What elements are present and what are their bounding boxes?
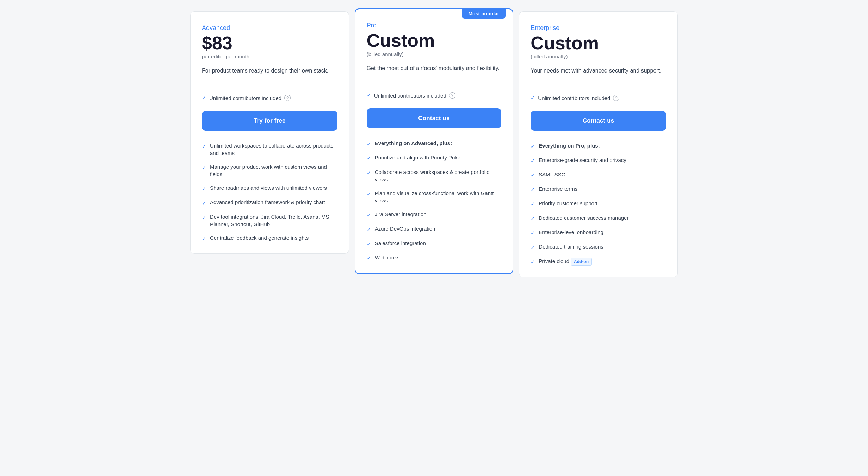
plan-highlight-pro: ✓ Unlimited contributors included ?: [367, 92, 502, 99]
plan-type-enterprise: Enterprise: [531, 24, 666, 32]
plan-card-advanced: Advanced$83per editor per monthFor produ…: [190, 11, 349, 254]
check-icon: ✓: [367, 240, 371, 248]
pricing-grid: Advanced$83per editor per monthFor produ…: [187, 8, 681, 280]
feature-text: Webhooks: [375, 254, 400, 261]
addon-badge: Add-on: [571, 258, 592, 266]
feature-item: ✓ Prioritize and align with Priority Pok…: [367, 154, 502, 162]
check-icon: ✓: [367, 155, 371, 162]
features-list-pro: ✓ Everything on Advanced, plus: ✓ Priori…: [367, 139, 502, 262]
feature-text-bold: Everything on Pro, plus:: [539, 142, 600, 149]
feature-item: ✓ Azure DevOps integration: [367, 225, 502, 233]
features-list-enterprise: ✓ Everything on Pro, plus: ✓ Enterprise-…: [531, 142, 666, 266]
cta-button-pro[interactable]: Contact us: [367, 108, 502, 128]
feature-text: Manage your product work with custom vie…: [210, 163, 337, 178]
info-icon[interactable]: ?: [284, 95, 291, 101]
plan-price-pro: Custom: [367, 31, 502, 50]
feature-item: ✓ Advanced prioritization framework & pr…: [202, 199, 337, 207]
most-popular-badge: Most popular: [462, 9, 506, 19]
cta-button-advanced[interactable]: Try for free: [202, 111, 337, 131]
plan-description-pro: Get the most out of airfocus' modularity…: [367, 64, 502, 85]
highlight-text: Unlimited contributors included: [538, 95, 610, 101]
feature-item: ✓ Webhooks: [367, 254, 502, 262]
plan-description-advanced: For product teams ready to design their …: [202, 67, 337, 88]
plan-price-label-enterprise: (billed annually): [531, 54, 666, 60]
features-list-advanced: ✓ Unlimited workspaces to collaborate ac…: [202, 142, 337, 242]
highlight-text: Unlimited contributors included: [209, 95, 281, 101]
feature-text: Jira Server integration: [375, 211, 427, 218]
feature-item: ✓ Priority customer support: [531, 200, 666, 208]
check-icon: ✓: [202, 143, 206, 150]
plan-price-enterprise: Custom: [531, 34, 666, 52]
plan-description-enterprise: Your needs met with advanced security an…: [531, 67, 666, 88]
feature-item: ✓ Unlimited workspaces to collaborate ac…: [202, 142, 337, 157]
feature-text: Salesforce integration: [375, 239, 426, 247]
plan-price-label-advanced: per editor per month: [202, 54, 337, 60]
feature-text: Dev tool integrations: Jira Cloud, Trell…: [210, 213, 337, 228]
feature-text: Collaborate across workspaces & create p…: [375, 168, 502, 183]
feature-item: ✓ Collaborate across workspaces & create…: [367, 168, 502, 183]
feature-text: Share roadmaps and views with unlimited …: [210, 184, 327, 192]
feature-item: ✓ Enterprise-level onboarding: [531, 228, 666, 237]
check-icon: ✓: [531, 171, 535, 179]
feature-text-bold: Everything on Advanced, plus:: [375, 139, 452, 147]
check-icon: ✓: [367, 92, 371, 99]
check-icon: ✓: [367, 226, 371, 233]
feature-item: ✓ Manage your product work with custom v…: [202, 163, 337, 178]
feature-item: ✓ Dedicated customer success manager: [531, 214, 666, 222]
plan-card-pro: Most popularProCustom(billed annually)Ge…: [355, 8, 514, 274]
feature-text: Prioritize and align with Priority Poker: [375, 154, 462, 161]
check-icon: ✓: [367, 211, 371, 219]
check-icon: ✓: [367, 140, 371, 148]
check-icon: ✓: [531, 244, 535, 251]
check-icon: ✓: [202, 95, 206, 101]
feature-text: Dedicated training sessions: [539, 243, 603, 250]
feature-item: ✓ Centralize feedback and generate insig…: [202, 234, 337, 242]
feature-item: ✓ Dedicated training sessions: [531, 243, 666, 251]
feature-item-addon: ✓ Private cloudAdd-on: [531, 257, 666, 266]
plan-type-pro: Pro: [367, 22, 502, 29]
feature-text: Centralize feedback and generate insight…: [210, 234, 309, 242]
feature-item: ✓ Share roadmaps and views with unlimite…: [202, 184, 337, 192]
plan-card-enterprise: EnterpriseCustom(billed annually)Your ne…: [519, 11, 678, 277]
feature-item: ✓ Dev tool integrations: Jira Cloud, Tre…: [202, 213, 337, 228]
feature-text: Advanced prioritization framework & prio…: [210, 199, 325, 206]
feature-item: ✓ Plan and visualize cross-functional wo…: [367, 189, 502, 204]
check-icon: ✓: [531, 95, 535, 101]
check-icon: ✓: [531, 186, 535, 193]
check-icon: ✓: [531, 258, 535, 265]
plan-highlight-advanced: ✓ Unlimited contributors included ?: [202, 95, 337, 101]
feature-text: Priority customer support: [539, 200, 597, 207]
check-icon: ✓: [202, 235, 206, 242]
feature-text: SAML SSO: [539, 171, 565, 178]
feature-text: Enterprise-grade security and privacy: [539, 156, 626, 164]
cta-button-enterprise[interactable]: Contact us: [531, 111, 666, 131]
plan-price-advanced: $83: [202, 34, 337, 52]
check-icon: ✓: [367, 190, 371, 198]
plan-highlight-enterprise: ✓ Unlimited contributors included ?: [531, 95, 666, 101]
plan-price-label-pro: (billed annually): [367, 51, 502, 57]
info-icon[interactable]: ?: [449, 92, 455, 99]
feature-item: ✓ SAML SSO: [531, 171, 666, 179]
check-icon: ✓: [531, 157, 535, 164]
feature-text: Enterprise-level onboarding: [539, 228, 603, 236]
info-icon[interactable]: ?: [613, 95, 619, 101]
check-icon: ✓: [367, 169, 371, 176]
feature-item: ✓ Enterprise terms: [531, 185, 666, 193]
feature-item: ✓ Jira Server integration: [367, 211, 502, 219]
feature-text: Unlimited workspaces to collaborate acro…: [210, 142, 337, 157]
feature-text: Private cloudAdd-on: [539, 257, 592, 266]
feature-item-bold: ✓ Everything on Pro, plus:: [531, 142, 666, 150]
feature-text: Plan and visualize cross-functional work…: [375, 189, 502, 204]
highlight-text: Unlimited contributors included: [374, 93, 446, 99]
feature-item-bold: ✓ Everything on Advanced, plus:: [367, 139, 502, 148]
feature-text: Azure DevOps integration: [375, 225, 435, 232]
check-icon: ✓: [202, 214, 206, 221]
check-icon: ✓: [202, 164, 206, 171]
feature-item: ✓ Enterprise-grade security and privacy: [531, 156, 666, 164]
feature-text: Enterprise terms: [539, 185, 577, 193]
check-icon: ✓: [202, 185, 206, 192]
feature-item: ✓ Salesforce integration: [367, 239, 502, 248]
check-icon: ✓: [531, 229, 535, 237]
check-icon: ✓: [531, 200, 535, 208]
check-icon: ✓: [202, 199, 206, 207]
